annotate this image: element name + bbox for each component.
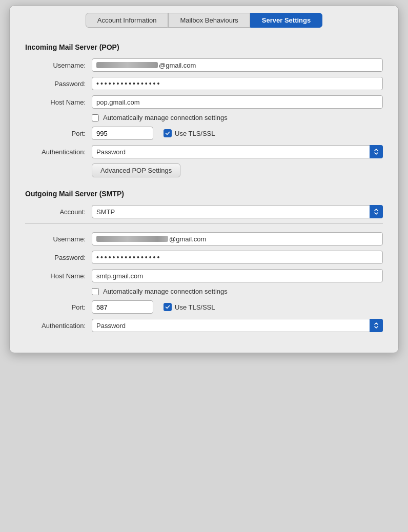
settings-window: Account Information Mailbox Behaviours S…	[9, 5, 399, 353]
outgoing-account-select[interactable]: SMTP	[92, 205, 383, 218]
outgoing-auth-row: Authentication: Password	[25, 319, 383, 332]
incoming-hostname-field[interactable]	[92, 95, 383, 109]
incoming-auth-row: Authentication: Password	[25, 145, 383, 158]
outgoing-account-label: Account:	[25, 208, 92, 216]
outgoing-auto-manage-row: Automatically manage connection settings	[25, 288, 383, 295]
incoming-auto-manage-checkbox[interactable]	[92, 114, 99, 121]
incoming-password-row: Password:	[25, 77, 383, 90]
outgoing-port-label: Port:	[25, 303, 92, 311]
outgoing-hostname-label: Host Name:	[25, 272, 92, 280]
incoming-auto-manage-row: Automatically manage connection settings	[25, 114, 383, 121]
incoming-port-field[interactable]	[92, 127, 153, 140]
outgoing-username-label: Username:	[25, 235, 92, 243]
incoming-password-field[interactable]	[92, 77, 383, 90]
outgoing-account-select-wrap: SMTP	[92, 205, 383, 218]
tab-bar: Account Information Mailbox Behaviours S…	[10, 6, 398, 28]
content-area: Incoming Mail Server (POP) Username: @gm…	[10, 28, 398, 353]
incoming-username-suffix: @gmail.com	[159, 62, 196, 69]
incoming-section-title: Incoming Mail Server (POP)	[25, 43, 383, 51]
outgoing-section-title: Outgoing Mail Server (SMTP)	[25, 190, 383, 198]
incoming-auth-select-wrap: Password	[92, 145, 383, 158]
tab-server-settings[interactable]: Server Settings	[250, 13, 322, 28]
checkmark-icon	[165, 131, 170, 136]
incoming-username-blur	[96, 62, 158, 68]
outgoing-port-row: Port: Use TLS/SSL	[25, 300, 383, 314]
outgoing-username-field[interactable]: @gmail.com	[92, 232, 383, 245]
outgoing-password-label: Password:	[25, 254, 92, 261]
outgoing-tls-checkbox[interactable]	[164, 303, 172, 311]
outgoing-username-row: Username: @gmail.com	[25, 232, 383, 245]
advanced-pop-settings-button[interactable]: Advanced POP Settings	[92, 163, 180, 177]
outgoing-account-row: Account: SMTP	[25, 205, 383, 218]
incoming-hostname-label: Host Name:	[25, 98, 92, 106]
outgoing-auto-manage-checkbox[interactable]	[92, 288, 99, 295]
outgoing-hostname-row: Host Name:	[25, 269, 383, 282]
outgoing-port-field[interactable]	[92, 300, 153, 314]
incoming-auto-manage-label[interactable]: Automatically manage connection settings	[103, 114, 228, 121]
checkmark-icon-2	[165, 304, 170, 310]
tab-account-information[interactable]: Account Information	[86, 13, 169, 28]
outgoing-username-blur	[96, 236, 168, 242]
incoming-tls-checkbox[interactable]	[164, 129, 172, 137]
incoming-port-label: Port:	[25, 130, 92, 137]
incoming-username-label: Username:	[25, 62, 92, 69]
outgoing-auth-label: Authentication:	[25, 322, 92, 330]
outgoing-auth-select-wrap: Password	[92, 319, 383, 332]
incoming-hostname-row: Host Name:	[25, 95, 383, 109]
incoming-username-field[interactable]: @gmail.com	[92, 58, 383, 72]
outgoing-auth-select[interactable]: Password	[92, 319, 383, 332]
incoming-auth-label: Authentication:	[25, 148, 92, 156]
incoming-auth-select[interactable]: Password	[92, 145, 383, 158]
outgoing-divider	[25, 223, 383, 224]
outgoing-password-row: Password:	[25, 251, 383, 264]
outgoing-tls-label: Use TLS/SSL	[175, 303, 215, 311]
outgoing-password-field[interactable]	[92, 251, 383, 264]
incoming-tls-label: Use TLS/SSL	[175, 130, 215, 137]
incoming-tls-wrap: Use TLS/SSL	[164, 129, 215, 137]
outgoing-hostname-field[interactable]	[92, 269, 383, 282]
tab-mailbox-behaviours[interactable]: Mailbox Behaviours	[168, 13, 250, 28]
incoming-password-label: Password:	[25, 80, 92, 88]
outgoing-tls-wrap: Use TLS/SSL	[164, 303, 215, 311]
incoming-port-row: Port: Use TLS/SSL	[25, 127, 383, 140]
outgoing-username-suffix: @gmail.com	[169, 235, 206, 243]
incoming-username-row: Username: @gmail.com	[25, 58, 383, 72]
outgoing-auto-manage-label[interactable]: Automatically manage connection settings	[103, 288, 228, 295]
